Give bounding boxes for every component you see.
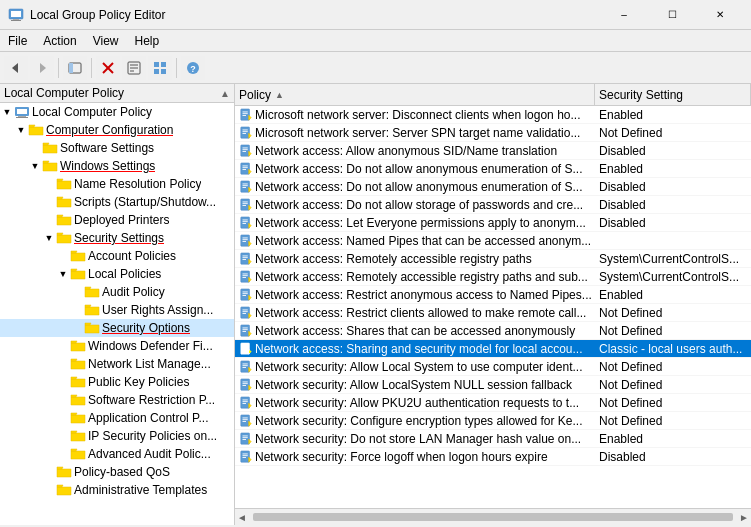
tree-item-label-aup: Audit Policy (102, 285, 165, 299)
tree-item-ap[interactable]: Account Policies (0, 247, 234, 265)
svg-marker-73 (249, 277, 252, 282)
policy-cell-1: Microsoft network server: Server SPN tar… (255, 126, 580, 140)
tree-item-srp[interactable]: Software Restriction P... (0, 391, 234, 409)
tree-item-cc[interactable]: ▼ Computer Configuration (0, 121, 234, 139)
properties-button[interactable] (122, 56, 146, 80)
menu-item-help[interactable]: Help (127, 32, 168, 50)
horizontal-scrollbar[interactable]: ◄ ► (235, 508, 751, 525)
tree-item-label-ap: Account Policies (88, 249, 176, 263)
expand-icon[interactable]: ▼ (0, 105, 14, 119)
tree-item-label-ss: Software Settings (60, 141, 154, 155)
tree-item-pkp[interactable]: Public Key Policies (0, 373, 234, 391)
tree-item-lp[interactable]: ▼ Local Policies (0, 265, 234, 283)
menu-item-file[interactable]: File (0, 32, 35, 50)
policy-cell-7: Network access: Named Pipes that can be … (255, 234, 591, 248)
table-row[interactable]: Network access: Restrict clients allowed… (235, 304, 751, 322)
tree-item-ipsp[interactable]: IP Security Policies on... (0, 427, 234, 445)
tree-item-acp[interactable]: Application Control P... (0, 409, 234, 427)
table-row[interactable]: Network security: Allow LocalSystem NULL… (235, 376, 751, 394)
svg-rect-25 (243, 111, 248, 112)
table-row[interactable]: Network access: Remotely accessible regi… (235, 268, 751, 286)
table-row[interactable]: Network access: Remotely accessible regi… (235, 250, 751, 268)
expand-icon[interactable]: ▼ (14, 123, 28, 137)
expand-icon[interactable] (42, 177, 56, 191)
svg-rect-91 (243, 347, 248, 348)
expand-icon[interactable] (70, 321, 84, 335)
view-button[interactable] (148, 56, 172, 80)
table-row[interactable]: Network access: Named Pipes that can be … (235, 232, 751, 250)
table-row[interactable]: Network security: Configure encryption t… (235, 412, 751, 430)
table-row[interactable]: Network access: Do not allow anonymous e… (235, 160, 751, 178)
policy-cell-17: Network security: Configure encryption t… (255, 414, 582, 428)
tree-content[interactable]: ▼ Local Computer Policy ▼ Computer Confi… (0, 103, 234, 525)
table-row[interactable]: Microsoft network server: Server SPN tar… (235, 124, 751, 142)
table-row[interactable]: Network access: Shares that can be acces… (235, 322, 751, 340)
tree-item-pbq[interactable]: Policy-based QoS (0, 463, 234, 481)
expand-icon[interactable] (56, 447, 70, 461)
expand-icon[interactable]: ▼ (42, 231, 56, 245)
delete-button[interactable] (96, 56, 120, 80)
table-row[interactable]: Network access: Let Everyone permissions… (235, 214, 751, 232)
tree-item-so[interactable]: Security Options (0, 319, 234, 337)
expand-icon[interactable] (42, 465, 56, 479)
back-button[interactable] (4, 56, 28, 80)
table-row[interactable]: Network security: Allow Local System to … (235, 358, 751, 376)
expand-icon[interactable] (56, 375, 70, 389)
expand-icon[interactable] (56, 339, 70, 353)
tree-item-ws[interactable]: ▼ Windows Settings (0, 157, 234, 175)
tree-item-at[interactable]: Administrative Templates (0, 481, 234, 499)
expand-icon[interactable] (28, 141, 42, 155)
policy-cell-15: Network security: Allow LocalSystem NULL… (255, 378, 572, 392)
menu-item-view[interactable]: View (85, 32, 127, 50)
expand-icon[interactable] (56, 411, 70, 425)
expand-icon[interactable]: ▼ (28, 159, 42, 173)
help-button[interactable]: ? (181, 56, 205, 80)
expand-icon[interactable]: ▼ (56, 267, 70, 281)
tree-item-aup[interactable]: Audit Policy (0, 283, 234, 301)
table-row[interactable]: Microsoft network server: Disconnect cli… (235, 106, 751, 124)
table-row[interactable]: Network access: Do not allow storage of … (235, 196, 751, 214)
expand-icon[interactable] (56, 393, 70, 407)
table-row[interactable]: Network access: Sharing and security mod… (235, 340, 751, 358)
expand-icon[interactable] (70, 285, 84, 299)
table-content[interactable]: Microsoft network server: Disconnect cli… (235, 106, 751, 508)
tree-item-aap[interactable]: Advanced Audit Polic... (0, 445, 234, 463)
expand-icon[interactable] (56, 249, 70, 263)
tree-item-scripts[interactable]: Scripts (Startup/Shutdow... (0, 193, 234, 211)
expand-icon[interactable] (56, 429, 70, 443)
close-button[interactable]: ✕ (697, 0, 743, 30)
policy-cell-11: Network access: Restrict clients allowed… (255, 306, 586, 320)
tree-item-ss[interactable]: Software Settings (0, 139, 234, 157)
expand-icon[interactable] (56, 357, 70, 371)
table-row[interactable]: Network access: Do not allow anonymous e… (235, 178, 751, 196)
svg-rect-3 (11, 20, 21, 21)
svg-marker-78 (249, 295, 252, 300)
tree-item-ura[interactable]: User Rights Assign... (0, 301, 234, 319)
table-row[interactable]: Network security: Force logoff when logo… (235, 448, 751, 466)
expand-icon[interactable] (42, 213, 56, 227)
tree-item-wdf[interactable]: Windows Defender Fi... (0, 337, 234, 355)
svg-marker-53 (249, 205, 252, 210)
show-hide-button[interactable] (63, 56, 87, 80)
expand-icon[interactable] (42, 483, 56, 497)
maximize-button[interactable]: ☐ (649, 0, 695, 30)
forward-button[interactable] (30, 56, 54, 80)
svg-text:?: ? (190, 64, 196, 74)
tree-item-lcp[interactable]: ▼ Local Computer Policy (0, 103, 234, 121)
table-row[interactable]: Network access: Allow anonymous SID/Name… (235, 142, 751, 160)
expand-icon[interactable] (70, 303, 84, 317)
svg-rect-77 (243, 295, 247, 296)
tree-item-secset[interactable]: ▼ Security Settings (0, 229, 234, 247)
table-row[interactable]: Network security: Do not store LAN Manag… (235, 430, 751, 448)
scroll-track[interactable] (253, 513, 733, 521)
tree-item-nlm[interactable]: Network List Manage... (0, 355, 234, 373)
tree-item-nrp[interactable]: Name Resolution Policy (0, 175, 234, 193)
menu-item-action[interactable]: Action (35, 32, 84, 50)
tree-item-dp[interactable]: Deployed Printers (0, 211, 234, 229)
table-row[interactable]: Network access: Restrict anonymous acces… (235, 286, 751, 304)
svg-rect-102 (243, 385, 247, 386)
expand-icon[interactable] (42, 195, 56, 209)
table-row[interactable]: Network security: Allow PKU2U authentica… (235, 394, 751, 412)
minimize-button[interactable]: – (601, 0, 647, 30)
svg-rect-57 (243, 223, 247, 224)
